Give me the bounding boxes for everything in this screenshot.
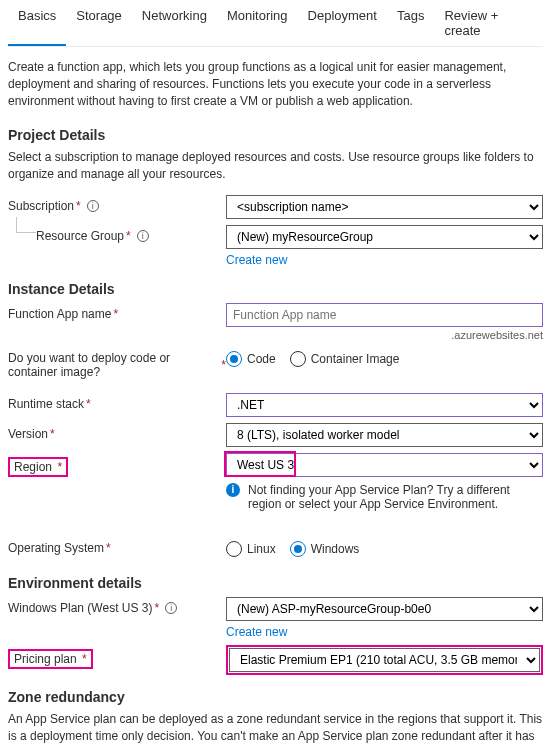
tab-tags[interactable]: Tags (387, 0, 434, 46)
pricing-label: Pricing plan (14, 652, 77, 666)
tab-storage[interactable]: Storage (66, 0, 132, 46)
radio-icon (290, 541, 306, 557)
tab-basics[interactable]: Basics (8, 0, 66, 46)
region-info: Not finding your App Service Plan? Try a… (248, 483, 543, 511)
appname-label: Function App name (8, 307, 111, 321)
tab-networking[interactable]: Networking (132, 0, 217, 46)
radio-code[interactable]: Code (226, 351, 276, 367)
tab-deployment[interactable]: Deployment (298, 0, 387, 46)
subscription-select[interactable]: <subscription name> (226, 195, 543, 219)
rg-label: Resource Group (36, 229, 124, 243)
version-label: Version (8, 427, 48, 441)
radio-windows[interactable]: Windows (290, 541, 360, 557)
info-icon[interactable]: i (87, 200, 99, 212)
region-select[interactable]: West US 3 (226, 453, 543, 477)
env-heading: Environment details (8, 575, 543, 591)
radio-linux[interactable]: Linux (226, 541, 276, 557)
plan-label: Windows Plan (West US 3) (8, 601, 153, 615)
subscription-label: Subscription (8, 199, 74, 213)
intro-text: Create a function app, which lets you gr… (8, 59, 543, 109)
radio-icon (226, 541, 242, 557)
zone-heading: Zone redundancy (8, 689, 543, 705)
version-select[interactable]: 8 (LTS), isolated worker model (226, 423, 543, 447)
os-label: Operating System (8, 541, 104, 555)
runtime-select[interactable]: .NET (226, 393, 543, 417)
zone-desc: An App Service plan can be deployed as a… (8, 711, 543, 743)
deploy-label: Do you want to deploy code or container … (8, 351, 219, 379)
project-desc: Select a subscription to manage deployed… (8, 149, 543, 183)
info-icon[interactable]: i (137, 230, 149, 242)
pricing-select[interactable]: Elastic Premium EP1 (210 total ACU, 3.5 … (229, 648, 540, 672)
info-icon[interactable]: i (165, 602, 177, 614)
plan-select[interactable]: (New) ASP-myResourceGroup-b0e0 (226, 597, 543, 621)
create-new-link[interactable]: Create new (226, 253, 287, 267)
create-new-link[interactable]: Create new (226, 625, 287, 639)
appname-input[interactable] (226, 303, 543, 327)
domain-hint: .azurewebsites.net (226, 329, 543, 341)
tab-monitoring[interactable]: Monitoring (217, 0, 298, 46)
info-icon: i (226, 483, 240, 497)
project-heading: Project Details (8, 127, 543, 143)
runtime-label: Runtime stack (8, 397, 84, 411)
tab-review[interactable]: Review + create (434, 0, 543, 46)
radio-icon (226, 351, 242, 367)
radio-container[interactable]: Container Image (290, 351, 400, 367)
instance-heading: Instance Details (8, 281, 543, 297)
rg-select[interactable]: (New) myResourceGroup (226, 225, 543, 249)
region-label: Region (14, 460, 52, 474)
radio-icon (290, 351, 306, 367)
tabs: Basics Storage Networking Monitoring Dep… (8, 0, 543, 47)
